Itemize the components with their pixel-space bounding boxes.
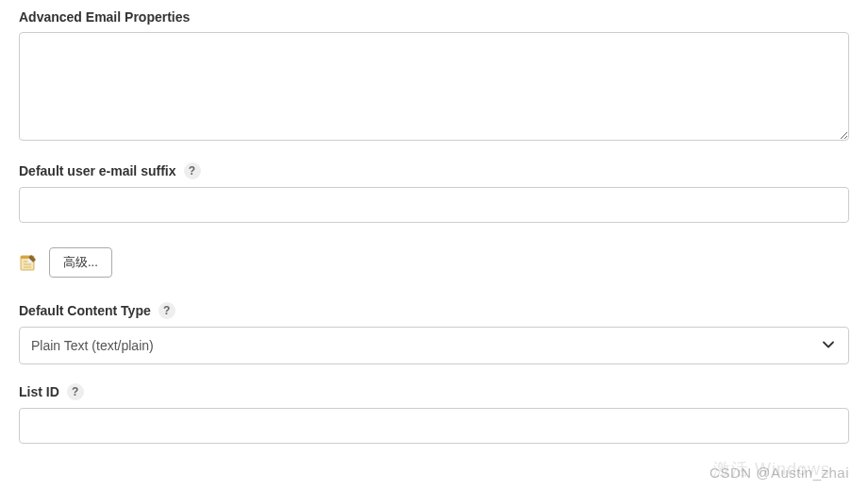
watermark-foreground: CSDN @Austin_zhai [709,465,849,472]
content-type-label-row: Default Content Type ? [19,302,849,319]
list-id-label: List ID [19,384,59,399]
help-icon[interactable]: ? [67,383,84,400]
advanced-email-label-row: Advanced Email Properties [19,9,849,25]
content-type-label: Default Content Type [19,303,151,318]
advanced-email-group: Advanced Email Properties [19,9,849,144]
advanced-button[interactable]: 高级... [49,247,112,278]
help-icon[interactable]: ? [159,302,175,319]
advanced-email-label: Advanced Email Properties [19,9,190,25]
default-suffix-group: Default user e-mail suffix ? [19,162,849,223]
watermark-background: 激活 Windows [713,458,830,472]
default-suffix-input[interactable] [19,187,849,223]
content-type-select-wrapper: Plain Text (text/plain) [19,327,849,364]
advanced-button-row: 高级... [19,247,849,278]
default-suffix-label: Default user e-mail suffix [19,163,176,178]
default-suffix-label-row: Default user e-mail suffix ? [19,162,849,179]
list-id-label-row: List ID ? [19,383,849,400]
content-type-group: Default Content Type ? Plain Text (text/… [19,302,849,364]
content-type-select[interactable]: Plain Text (text/plain) [19,327,849,364]
notebook-icon [19,253,38,272]
advanced-email-textarea[interactable] [19,32,849,141]
list-id-group: List ID ? [19,383,849,444]
list-id-input[interactable] [19,408,849,444]
help-icon[interactable]: ? [184,162,201,179]
